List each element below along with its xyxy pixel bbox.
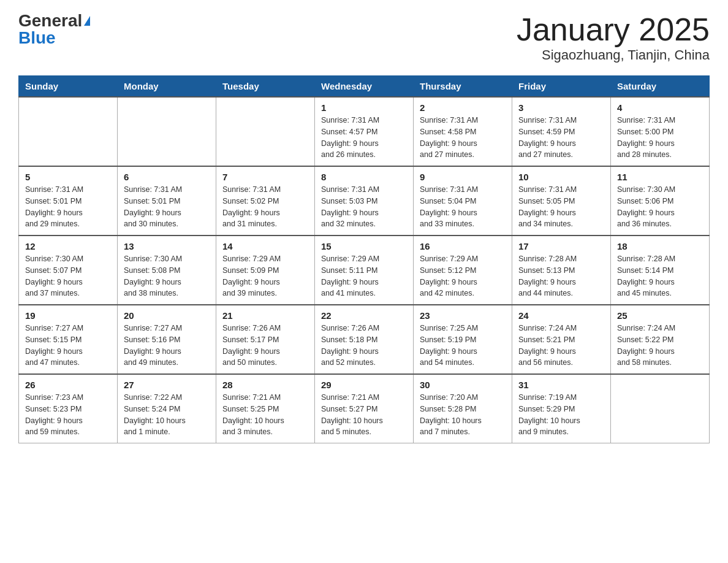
day-info: Sunrise: 7:31 AMSunset: 5:02 PMDaylight:…	[222, 184, 308, 230]
calendar-cell: 19Sunrise: 7:27 AMSunset: 5:15 PMDayligh…	[19, 305, 118, 374]
day-info: Sunrise: 7:21 AMSunset: 5:27 PMDaylight:…	[321, 392, 407, 438]
day-number: 8	[321, 172, 407, 182]
day-info: Sunrise: 7:31 AMSunset: 5:03 PMDaylight:…	[321, 184, 407, 230]
calendar-cell: 9Sunrise: 7:31 AMSunset: 5:04 PMDaylight…	[414, 166, 512, 236]
day-info: Sunrise: 7:31 AMSunset: 5:01 PMDaylight:…	[25, 184, 111, 230]
day-info: Sunrise: 7:25 AMSunset: 5:19 PMDaylight:…	[420, 323, 506, 369]
day-number: 3	[518, 102, 604, 113]
calendar-cell: 31Sunrise: 7:19 AMSunset: 5:29 PMDayligh…	[512, 374, 611, 443]
calendar-header-monday: Monday	[118, 76, 216, 98]
day-info: Sunrise: 7:26 AMSunset: 5:17 PMDaylight:…	[222, 323, 308, 369]
calendar-cell: 2Sunrise: 7:31 AMSunset: 4:58 PMDaylight…	[414, 97, 512, 166]
calendar-cell	[118, 97, 216, 166]
calendar-cell: 17Sunrise: 7:28 AMSunset: 5:13 PMDayligh…	[512, 236, 611, 305]
day-number: 13	[124, 241, 210, 251]
day-number: 16	[420, 241, 506, 251]
day-info: Sunrise: 7:30 AMSunset: 5:07 PMDaylight:…	[25, 253, 111, 299]
day-number: 2	[420, 102, 506, 113]
day-number: 29	[321, 380, 407, 390]
calendar-cell: 4Sunrise: 7:31 AMSunset: 5:00 PMDaylight…	[611, 97, 710, 166]
day-number: 22	[321, 310, 407, 321]
calendar-header-row: SundayMondayTuesdayWednesdayThursdayFrid…	[19, 76, 710, 98]
day-info: Sunrise: 7:31 AMSunset: 4:59 PMDaylight:…	[518, 115, 604, 161]
day-number: 1	[321, 102, 407, 113]
day-number: 23	[420, 310, 506, 321]
calendar-header-tuesday: Tuesday	[216, 76, 315, 98]
day-info: Sunrise: 7:31 AMSunset: 4:57 PMDaylight:…	[321, 115, 407, 161]
day-number: 19	[25, 310, 111, 321]
day-info: Sunrise: 7:29 AMSunset: 5:11 PMDaylight:…	[321, 253, 407, 299]
calendar-cell: 14Sunrise: 7:29 AMSunset: 5:09 PMDayligh…	[216, 236, 315, 305]
calendar-cell: 24Sunrise: 7:24 AMSunset: 5:21 PMDayligh…	[512, 305, 611, 374]
day-info: Sunrise: 7:20 AMSunset: 5:28 PMDaylight:…	[420, 392, 506, 438]
page-header: General Blue January 2025 Sigaozhuang, T…	[18, 12, 710, 63]
day-number: 14	[222, 241, 308, 251]
calendar-header-thursday: Thursday	[414, 76, 512, 98]
calendar-week-4: 19Sunrise: 7:27 AMSunset: 5:15 PMDayligh…	[19, 305, 710, 374]
calendar-header-wednesday: Wednesday	[315, 76, 414, 98]
calendar-cell: 3Sunrise: 7:31 AMSunset: 4:59 PMDaylight…	[512, 97, 611, 166]
calendar-table: SundayMondayTuesdayWednesdayThursdayFrid…	[18, 75, 710, 443]
calendar-cell: 29Sunrise: 7:21 AMSunset: 5:27 PMDayligh…	[315, 374, 414, 443]
day-number: 7	[222, 172, 308, 182]
calendar-cell: 20Sunrise: 7:27 AMSunset: 5:16 PMDayligh…	[118, 305, 216, 374]
day-info: Sunrise: 7:22 AMSunset: 5:24 PMDaylight:…	[124, 392, 210, 438]
logo-general-text: General	[18, 12, 82, 29]
day-number: 30	[420, 380, 506, 390]
logo-triangle-icon	[84, 16, 90, 26]
day-number: 26	[25, 380, 111, 390]
calendar-header-friday: Friday	[512, 76, 611, 98]
day-info: Sunrise: 7:30 AMSunset: 5:08 PMDaylight:…	[124, 253, 210, 299]
calendar-cell: 1Sunrise: 7:31 AMSunset: 4:57 PMDaylight…	[315, 97, 414, 166]
day-number: 12	[25, 241, 111, 251]
calendar-cell: 15Sunrise: 7:29 AMSunset: 5:11 PMDayligh…	[315, 236, 414, 305]
calendar-cell: 16Sunrise: 7:29 AMSunset: 5:12 PMDayligh…	[414, 236, 512, 305]
calendar-cell: 10Sunrise: 7:31 AMSunset: 5:05 PMDayligh…	[512, 166, 611, 236]
calendar-header-sunday: Sunday	[19, 76, 118, 98]
calendar-week-1: 1Sunrise: 7:31 AMSunset: 4:57 PMDaylight…	[19, 97, 710, 166]
calendar-cell: 22Sunrise: 7:26 AMSunset: 5:18 PMDayligh…	[315, 305, 414, 374]
day-number: 24	[518, 310, 604, 321]
month-title: January 2025	[517, 12, 710, 47]
day-info: Sunrise: 7:29 AMSunset: 5:09 PMDaylight:…	[222, 253, 308, 299]
day-number: 11	[617, 172, 703, 182]
day-info: Sunrise: 7:28 AMSunset: 5:13 PMDaylight:…	[518, 253, 604, 299]
calendar-cell: 26Sunrise: 7:23 AMSunset: 5:23 PMDayligh…	[19, 374, 118, 443]
day-info: Sunrise: 7:30 AMSunset: 5:06 PMDaylight:…	[617, 184, 703, 230]
location-subtitle: Sigaozhuang, Tianjin, China	[517, 47, 710, 63]
day-info: Sunrise: 7:19 AMSunset: 5:29 PMDaylight:…	[518, 392, 604, 438]
day-info: Sunrise: 7:29 AMSunset: 5:12 PMDaylight:…	[420, 253, 506, 299]
day-info: Sunrise: 7:24 AMSunset: 5:21 PMDaylight:…	[518, 323, 604, 369]
calendar-week-3: 12Sunrise: 7:30 AMSunset: 5:07 PMDayligh…	[19, 236, 710, 305]
day-info: Sunrise: 7:27 AMSunset: 5:16 PMDaylight:…	[124, 323, 210, 369]
calendar-week-5: 26Sunrise: 7:23 AMSunset: 5:23 PMDayligh…	[19, 374, 710, 443]
day-number: 5	[25, 172, 111, 182]
day-number: 27	[124, 380, 210, 390]
day-number: 18	[617, 241, 703, 251]
calendar-cell: 30Sunrise: 7:20 AMSunset: 5:28 PMDayligh…	[414, 374, 512, 443]
day-info: Sunrise: 7:28 AMSunset: 5:14 PMDaylight:…	[617, 253, 703, 299]
day-number: 31	[518, 380, 604, 390]
day-info: Sunrise: 7:31 AMSunset: 5:04 PMDaylight:…	[420, 184, 506, 230]
calendar-cell: 8Sunrise: 7:31 AMSunset: 5:03 PMDaylight…	[315, 166, 414, 236]
calendar-cell	[216, 97, 315, 166]
day-info: Sunrise: 7:31 AMSunset: 5:00 PMDaylight:…	[617, 115, 703, 161]
calendar-header-saturday: Saturday	[611, 76, 710, 98]
calendar-cell: 5Sunrise: 7:31 AMSunset: 5:01 PMDaylight…	[19, 166, 118, 236]
calendar-cell	[19, 97, 118, 166]
calendar-cell: 13Sunrise: 7:30 AMSunset: 5:08 PMDayligh…	[118, 236, 216, 305]
calendar-cell: 27Sunrise: 7:22 AMSunset: 5:24 PMDayligh…	[118, 374, 216, 443]
calendar-cell: 23Sunrise: 7:25 AMSunset: 5:19 PMDayligh…	[414, 305, 512, 374]
day-number: 28	[222, 380, 308, 390]
calendar-cell: 25Sunrise: 7:24 AMSunset: 5:22 PMDayligh…	[611, 305, 710, 374]
calendar-cell: 12Sunrise: 7:30 AMSunset: 5:07 PMDayligh…	[19, 236, 118, 305]
day-info: Sunrise: 7:26 AMSunset: 5:18 PMDaylight:…	[321, 323, 407, 369]
day-number: 20	[124, 310, 210, 321]
title-block: January 2025 Sigaozhuang, Tianjin, China	[517, 12, 710, 63]
calendar-cell: 21Sunrise: 7:26 AMSunset: 5:17 PMDayligh…	[216, 305, 315, 374]
calendar-cell: 7Sunrise: 7:31 AMSunset: 5:02 PMDaylight…	[216, 166, 315, 236]
day-number: 21	[222, 310, 308, 321]
day-info: Sunrise: 7:31 AMSunset: 5:01 PMDaylight:…	[124, 184, 210, 230]
calendar-cell: 11Sunrise: 7:30 AMSunset: 5:06 PMDayligh…	[611, 166, 710, 236]
day-number: 17	[518, 241, 604, 251]
